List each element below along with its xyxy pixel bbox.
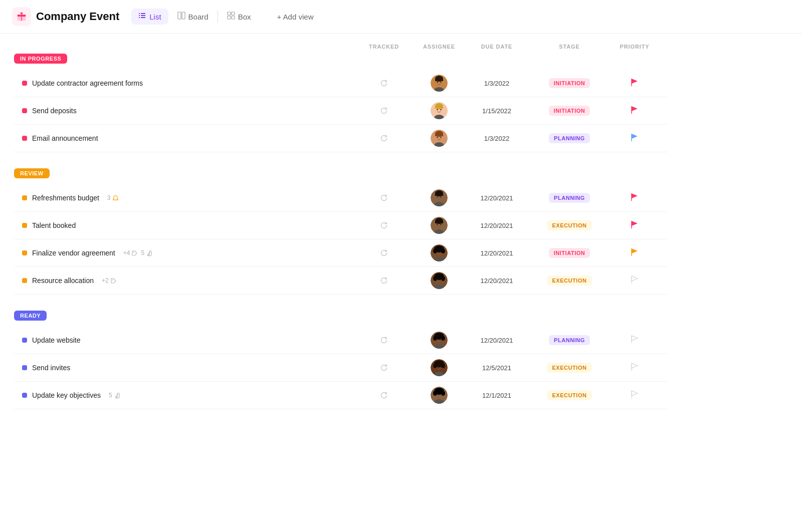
svg-point-68: [437, 251, 438, 252]
task-name-cell: Email announcement: [22, 134, 354, 142]
priority-flag: [630, 220, 639, 231]
svg-rect-7: [139, 17, 140, 18]
assignee-cell[interactable]: [414, 244, 464, 261]
track-icon[interactable]: [354, 193, 414, 202]
tab-list-label: List: [149, 13, 161, 21]
task-name: Send deposits: [32, 107, 77, 115]
priority-cell: [610, 275, 660, 287]
assignee-cell[interactable]: [414, 130, 464, 147]
priority-flag: [630, 247, 639, 259]
priority-flag: [630, 275, 639, 287]
svg-point-80: [440, 279, 441, 280]
tab-list[interactable]: List: [131, 9, 168, 25]
svg-rect-13: [228, 16, 231, 19]
add-view-button[interactable]: + Add view: [270, 10, 321, 24]
svg-marker-50: [632, 193, 638, 198]
svg-point-58: [440, 224, 441, 225]
task-name: Refreshments budget: [32, 194, 99, 202]
svg-point-87: [433, 336, 437, 341]
assignee-cell[interactable]: [414, 75, 464, 92]
avatar: [431, 75, 448, 92]
task-name-cell: Finalize vendor agreement +45: [22, 249, 354, 257]
task-name: Resource allocation: [32, 277, 94, 285]
page-title: Company Event: [36, 10, 119, 23]
svg-point-61: [133, 251, 134, 252]
track-icon[interactable]: [354, 134, 414, 143]
due-date: 12/20/2021: [464, 194, 529, 202]
svg-marker-91: [632, 336, 638, 341]
stage-badge: INITIATION: [549, 106, 590, 116]
priority-flag: [630, 362, 639, 374]
svg-rect-6: [141, 15, 145, 16]
task-row[interactable]: Resource allocation +2 12/20/2021EXECUTI…: [14, 267, 668, 295]
track-icon[interactable]: [354, 248, 414, 257]
svg-marker-111: [632, 391, 638, 396]
stage-cell: INITIATION: [529, 78, 610, 88]
task-row[interactable]: Update key objectives 5 12/1/2021EXECUTI…: [14, 382, 668, 409]
track-icon[interactable]: [354, 276, 414, 285]
tab-box[interactable]: Box: [220, 9, 258, 25]
assignee-cell[interactable]: [414, 332, 464, 349]
due-date: 12/20/2021: [464, 337, 529, 344]
task-name-cell: Refreshments budget 3: [22, 194, 354, 202]
track-icon[interactable]: [354, 221, 414, 230]
tab-board[interactable]: Board: [170, 9, 216, 25]
task-row[interactable]: Refreshments budget 3 12/20/2021PLANNING: [14, 184, 668, 212]
task-name-cell: Update website: [22, 336, 354, 344]
svg-rect-10: [182, 12, 185, 19]
task-row[interactable]: Update contractor agreement forms 1/3/20…: [14, 70, 668, 97]
avatar: [431, 189, 448, 206]
stage-cell: EXECUTION: [529, 220, 610, 230]
svg-marker-59: [632, 221, 638, 226]
assignee-cell[interactable]: [414, 217, 464, 234]
task-row[interactable]: Send deposits 1/15/2022INITIATION: [14, 97, 668, 125]
svg-point-48: [437, 196, 438, 197]
task-row[interactable]: Update website 12/20/2021PLANNING: [14, 327, 668, 354]
assignee-cell[interactable]: [414, 102, 464, 119]
track-icon[interactable]: [354, 79, 414, 88]
task-name: Finalize vendor agreement: [32, 249, 115, 257]
assignee-cell[interactable]: [414, 359, 464, 376]
avatar: [431, 244, 448, 261]
svg-marker-70: [632, 248, 638, 253]
task-dot: [22, 223, 27, 228]
task-row[interactable]: Talent booked 12/20/2021EXECUTION: [14, 212, 668, 239]
svg-marker-22: [632, 79, 638, 84]
priority-cell: [610, 105, 660, 117]
task-row[interactable]: Finalize vendor agreement +45 12/20/2021…: [14, 239, 668, 267]
assignee-cell[interactable]: [414, 189, 464, 206]
task-row[interactable]: Email announcement 1/3/2022PLANNING: [14, 125, 668, 152]
svg-point-107: [433, 391, 437, 396]
track-icon[interactable]: [354, 106, 414, 115]
stage-cell: PLANNING: [529, 193, 610, 203]
task-row[interactable]: Send invites 12/5/2021EXECUTION: [14, 354, 668, 382]
avatar: [431, 359, 448, 376]
assignee-cell[interactable]: [414, 272, 464, 289]
due-date: 1/3/2022: [464, 80, 529, 87]
due-date: 12/20/2021: [464, 222, 529, 229]
assignee-cell[interactable]: [414, 387, 464, 404]
task-meta: +45: [123, 249, 152, 256]
track-icon[interactable]: [354, 363, 414, 372]
svg-point-20: [437, 82, 438, 83]
task-dot: [22, 81, 27, 86]
priority-cell: [610, 192, 660, 204]
track-icon[interactable]: [354, 391, 414, 400]
app-logo-icon: [12, 7, 31, 26]
avatar: [431, 387, 448, 404]
svg-point-110: [440, 394, 441, 395]
svg-point-100: [440, 366, 441, 367]
due-date: 12/1/2021: [464, 392, 529, 399]
stage-cell: EXECUTION: [529, 390, 610, 400]
nav-divider: [218, 11, 218, 23]
col-tracked: TRACKED: [354, 44, 414, 50]
svg-marker-81: [632, 276, 638, 281]
priority-flag: [630, 390, 639, 401]
svg-point-30: [440, 109, 441, 110]
task-name-cell: Resource allocation +2: [22, 277, 354, 285]
svg-rect-47: [435, 193, 443, 196]
track-icon[interactable]: [354, 336, 414, 345]
col-priority: PRIORITY: [610, 44, 660, 50]
task-name: Email announcement: [32, 134, 98, 142]
svg-rect-9: [178, 12, 181, 19]
